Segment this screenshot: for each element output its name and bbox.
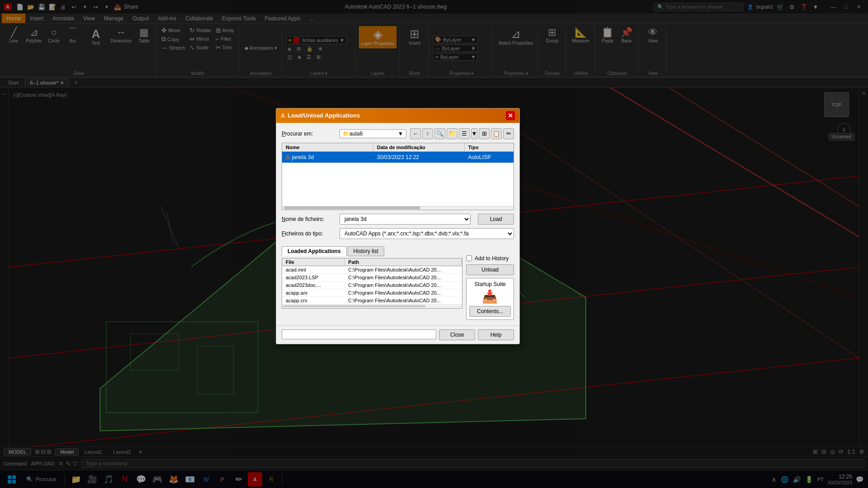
modal-right: Add to History Unload Startup Suite 📥 Co… xyxy=(462,243,514,320)
browse-view-button[interactable]: ☰ xyxy=(459,128,470,139)
dialog-body: Procurar em: 📁 aula6 ▼ ← ↑ 🔍 📁 ☰ ▼ ⊞ 📋 ✏ xyxy=(276,123,519,325)
dialog-header-icon: A xyxy=(281,112,285,119)
file-list: Nome Data de modificação Tipo A janela 3… xyxy=(282,143,514,210)
app-path-3: C:\Program Files\Autodesk\AutoCAD 20... xyxy=(344,282,462,289)
apps-table-row-4[interactable]: acapp.arx C:\Program Files\Autodesk\Auto… xyxy=(282,289,462,297)
loaded-apps-tab[interactable]: Loaded Applications xyxy=(282,246,347,256)
browse-search-button[interactable]: 🔍 xyxy=(434,128,445,139)
filename-label: Nome de ficheiro: xyxy=(282,216,336,222)
apps-table-scrollbar[interactable] xyxy=(282,305,462,308)
modal-layout: Loaded Applications History list File Pa… xyxy=(282,243,514,320)
unload-button[interactable]: Unload xyxy=(466,264,514,275)
file-date: 30/03/2023 12:22 xyxy=(373,153,465,161)
add-to-history-checkbox[interactable] xyxy=(466,255,472,261)
folder-icon: 📁 xyxy=(343,131,349,137)
add-to-history-label: Add to History xyxy=(475,255,509,262)
file-type: AutoLISP xyxy=(464,153,514,161)
apps-table-header: File Path xyxy=(282,258,462,266)
browse-extra-btn1[interactable]: ⊞ xyxy=(479,128,490,139)
file-type-icon: A xyxy=(286,154,290,161)
startup-suite: Startup Suite 📥 Contents... xyxy=(466,278,514,320)
help-dialog-button[interactable]: Help xyxy=(478,329,514,340)
dialog-bottom: Close Help xyxy=(276,325,519,344)
folder-name: aula6 xyxy=(349,131,363,137)
file-name: janela 3d xyxy=(292,154,314,160)
apps-col-path[interactable]: Path xyxy=(344,258,462,266)
app-file-3: acad2023doc.... xyxy=(282,282,344,289)
app-file-1: acad.mnl xyxy=(282,266,344,273)
load-button[interactable]: Load xyxy=(478,214,514,225)
file-list-scrollbar-thumb[interactable] xyxy=(284,206,420,209)
app-path-2: C:\Program Files\Autodesk\AutoCAD 20... xyxy=(344,274,462,281)
startup-suite-icon: 📥 xyxy=(469,289,511,304)
browse-view-arrow[interactable]: ▼ xyxy=(471,128,477,139)
filetype-dropdown[interactable]: AutoCAD Apps (*.arx;*.crx;*.lsp;*.dbx;*.… xyxy=(340,228,514,239)
browse-up-button[interactable]: ↑ xyxy=(422,128,433,139)
browse-extra-btn3[interactable]: ✏ xyxy=(503,128,514,139)
app-file-4: acapp.arx xyxy=(282,289,344,296)
app-file-5: acapp.crx xyxy=(282,297,344,304)
modal-overlay: A Load/Unload Applications ✕ Procurar em… xyxy=(0,0,868,488)
col-name[interactable]: Nome xyxy=(282,143,373,151)
col-type[interactable]: Tipo xyxy=(465,143,514,151)
modal-left: Loaded Applications History list File Pa… xyxy=(282,243,462,320)
col-date[interactable]: Data de modificação xyxy=(373,143,465,151)
apps-table-row-5[interactable]: acapp.crx C:\Program Files\Autodesk\Auto… xyxy=(282,297,462,305)
file-list-body: A janela 3d 30/03/2023 12:22 AutoLISP xyxy=(282,152,514,206)
apps-table-row-1[interactable]: acad.mnl C:\Program Files\Autodesk\AutoC… xyxy=(282,266,462,274)
apps-table-row-3[interactable]: acad2023doc.... C:\Program Files\Autodes… xyxy=(282,282,462,289)
close-dialog-button[interactable]: Close xyxy=(439,329,475,340)
load-unload-dialog: A Load/Unload Applications ✕ Procurar em… xyxy=(276,108,520,344)
dialog-header: A Load/Unload Applications ✕ xyxy=(276,108,519,123)
apps-col-file[interactable]: File xyxy=(282,258,344,266)
app-path-1: C:\Program Files\Autodesk\AutoCAD 20... xyxy=(344,266,462,273)
browse-new-folder-button[interactable]: 📁 xyxy=(447,128,458,139)
browse-back-button[interactable]: ← xyxy=(410,128,421,139)
eval-section xyxy=(282,329,436,340)
file-list-header: Nome Data de modificação Tipo xyxy=(282,143,514,152)
browse-toolbar: ← ↑ 🔍 📁 ☰ ▼ ⊞ 📋 ✏ xyxy=(410,128,514,139)
apps-table: File Path acad.mnl C:\Program Files\Auto… xyxy=(282,258,462,309)
filename-input[interactable]: janela 3d xyxy=(340,214,471,225)
browse-dropdown-arrow: ▼ xyxy=(398,131,403,137)
startup-suite-label: Startup Suite xyxy=(469,281,511,287)
dialog-title: Load/Unload Applications xyxy=(288,112,503,119)
apps-table-row-2[interactable]: acad2023.LSP C:\Program Files\Autodesk\A… xyxy=(282,274,462,282)
apps-scrollbar-thumb[interactable] xyxy=(283,305,425,307)
app-file-2: acad2023.LSP xyxy=(282,274,344,281)
file-list-scrollbar[interactable] xyxy=(282,206,514,210)
apps-tabs: Loaded Applications History list xyxy=(282,246,462,256)
loaded-apps-section: Loaded Applications History list File Pa… xyxy=(282,246,462,309)
filetype-row: Ficheiros do tipo: AutoCAD Apps (*.arx;*… xyxy=(282,228,514,239)
contents-button[interactable]: Contents... xyxy=(469,306,511,317)
history-list-tab[interactable]: History list xyxy=(348,246,384,256)
browse-label: Procurar em: xyxy=(282,131,336,137)
file-row[interactable]: A janela 3d 30/03/2023 12:22 AutoLISP xyxy=(282,152,514,163)
eval-input[interactable] xyxy=(282,329,436,339)
dialog-close-button[interactable]: ✕ xyxy=(506,111,515,120)
filetype-label: Ficheiros do tipo: xyxy=(282,230,336,237)
app-path-4: C:\Program Files\Autodesk\AutoCAD 20... xyxy=(344,289,462,296)
add-to-history-row: Add to History xyxy=(466,255,514,262)
filename-row: Nome de ficheiro: janela 3d Load xyxy=(282,214,514,225)
browse-folder-dropdown[interactable]: 📁 aula6 ▼ xyxy=(340,129,406,138)
browse-extra-btn2[interactable]: 📋 xyxy=(491,128,502,139)
app-path-5: C:\Program Files\Autodesk\AutoCAD 20... xyxy=(344,297,462,304)
browse-row: Procurar em: 📁 aula6 ▼ ← ↑ 🔍 📁 ☰ ▼ ⊞ 📋 ✏ xyxy=(282,128,514,139)
